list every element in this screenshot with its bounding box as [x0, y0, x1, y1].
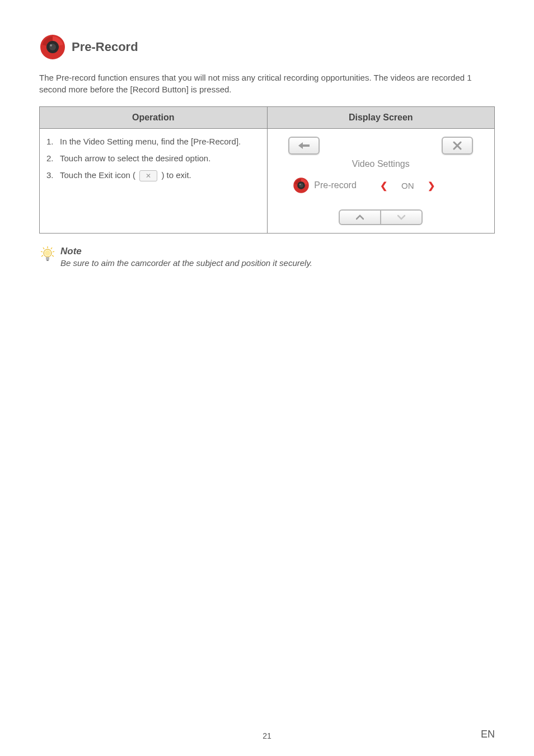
- svg-point-16: [45, 250, 50, 256]
- step-number: 2.: [46, 150, 57, 167]
- page-footer: 21 EN: [0, 731, 534, 740]
- chevron-down-icon: [397, 214, 405, 220]
- instruction-table: Operation Display Screen 1. In the Video…: [39, 106, 495, 234]
- note-title: Note: [60, 246, 312, 257]
- svg-rect-18: [46, 260, 49, 261]
- section-title: Pre-Record: [72, 40, 138, 54]
- step-number: 1.: [46, 133, 57, 150]
- step-text: In the Video Setting menu, find the [Pre…: [60, 133, 241, 150]
- svg-line-10: [51, 248, 52, 249]
- display-screen-mockup: Video Settings Pre-record ❮: [288, 137, 473, 225]
- note-text: Be sure to aim the camcorder at the subj…: [60, 257, 312, 269]
- setting-value: ON: [392, 181, 423, 190]
- svg-line-9: [43, 248, 44, 249]
- col-header-display: Display Screen: [267, 107, 495, 129]
- close-button[interactable]: [442, 137, 473, 155]
- col-header-operation: Operation: [40, 107, 268, 129]
- step-text: Touch arrow to select the desired option…: [60, 150, 210, 167]
- lens-icon: [293, 177, 310, 194]
- step-number: 3.: [46, 167, 57, 184]
- page-number: 21: [0, 731, 534, 740]
- chevron-right-icon[interactable]: ❯: [428, 180, 435, 191]
- chevron-left-icon[interactable]: ❮: [380, 180, 387, 191]
- chevron-up-icon: [356, 214, 364, 220]
- scroll-down-button[interactable]: [381, 211, 421, 224]
- note-block: Note Be sure to aim the camcorder at the…: [39, 246, 495, 269]
- intro-paragraph: The Pre-record function ensures that you…: [39, 72, 495, 95]
- setting-row: Pre-record ❮ ON ❯: [288, 177, 473, 194]
- svg-point-3: [50, 44, 52, 46]
- close-icon: [453, 141, 462, 150]
- back-button[interactable]: [288, 137, 320, 155]
- lightbulb-icon: [39, 246, 56, 263]
- svg-rect-17: [46, 257, 49, 260]
- scroll-up-button[interactable]: [340, 211, 381, 224]
- screen-title: Video Settings: [288, 159, 473, 169]
- operation-step: 2. Touch arrow to select the desired opt…: [46, 150, 260, 167]
- language-indicator: EN: [481, 729, 495, 740]
- svg-line-11: [41, 251, 43, 252]
- back-arrow-icon: [297, 142, 311, 150]
- section-header: Pre-Record: [39, 34, 495, 60]
- scroll-bar[interactable]: [339, 209, 423, 225]
- operation-step: 1. In the Video Setting menu, find the […: [46, 133, 260, 150]
- svg-line-13: [41, 255, 43, 256]
- close-icon: [139, 170, 157, 181]
- svg-point-7: [299, 184, 301, 185]
- step-text: Touch the Exit icon ( ) to exit.: [60, 167, 191, 184]
- display-screen-cell: Video Settings Pre-record ❮: [267, 129, 495, 234]
- lens-icon: [39, 34, 66, 60]
- operation-step: 3. Touch the Exit icon ( ) to exit.: [46, 167, 260, 184]
- operation-cell: 1. In the Video Setting menu, find the […: [40, 129, 268, 234]
- svg-line-12: [53, 251, 54, 252]
- setting-label: Pre-record: [314, 180, 376, 190]
- svg-line-14: [52, 255, 54, 256]
